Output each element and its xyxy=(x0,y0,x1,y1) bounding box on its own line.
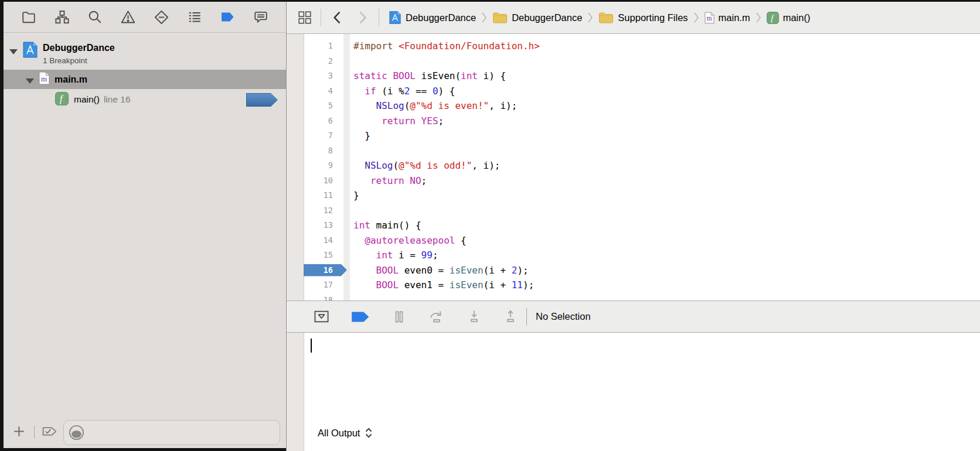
folder-icon xyxy=(598,12,614,24)
line-number[interactable]: 1 xyxy=(304,39,333,54)
code-line[interactable]: 12 xyxy=(287,203,980,218)
code-line[interactable]: 15 int i = 99; xyxy=(287,248,980,263)
line-number[interactable]: 4 xyxy=(304,84,333,99)
jump-bar: DebuggerDanceDebuggerDanceSupporting Fil… xyxy=(287,2,980,34)
console-area[interactable]: All Output xyxy=(287,333,980,451)
report-navigator-icon[interactable] xyxy=(252,8,270,26)
code-text: #import <Foundation/Foundation.h> xyxy=(353,39,540,54)
code-line[interactable]: 10 return NO; xyxy=(287,173,980,189)
code-line[interactable]: 9 NSLog(@"%d is odd!", i); xyxy=(287,158,980,173)
breadcrumb-item[interactable]: Supporting Files xyxy=(598,12,688,24)
line-number[interactable]: 7 xyxy=(304,128,333,144)
code-line[interactable]: 13int main() { xyxy=(287,218,980,233)
breadcrumb-label: Supporting Files xyxy=(618,12,688,23)
code-lines: 1#import <Foundation/Foundation.h>23stat… xyxy=(287,34,980,300)
code-line[interactable]: 18 xyxy=(287,293,980,301)
filter-enabled-breakpoints-button[interactable] xyxy=(42,424,59,441)
project-row[interactable]: DebuggerDance 1 Breakpoint xyxy=(4,33,286,70)
issue-navigator-icon[interactable] xyxy=(120,8,137,26)
xcode-window: DebuggerDance 1 Breakpoint m main.m f ma… xyxy=(0,0,980,451)
step-out-button[interactable] xyxy=(503,309,518,324)
file-row-selected[interactable]: m main.m xyxy=(4,70,286,89)
project-navigator-icon[interactable] xyxy=(20,8,38,26)
debug-bar: No Selection xyxy=(287,300,980,333)
step-over-button[interactable] xyxy=(428,309,445,324)
debug-status: No Selection xyxy=(536,311,591,322)
breadcrumb-item[interactable]: DebuggerDance xyxy=(492,12,582,24)
line-number[interactable]: 18 xyxy=(304,293,333,301)
console-caret xyxy=(311,339,312,353)
breadcrumb-item[interactable]: fmain() xyxy=(767,12,811,24)
code-line[interactable]: 7 } xyxy=(287,128,980,144)
code-line[interactable]: 6 return YES; xyxy=(287,114,980,129)
test-navigator-icon[interactable] xyxy=(152,8,170,26)
line-number[interactable]: 15 xyxy=(304,248,333,263)
code-line[interactable]: 1#import <Foundation/Foundation.h> xyxy=(287,39,980,54)
find-navigator-icon[interactable] xyxy=(86,8,104,26)
code-line[interactable]: 3static BOOL isEven(int i) { xyxy=(287,69,980,84)
line-number[interactable]: 11 xyxy=(304,188,333,203)
line-number[interactable]: 17 xyxy=(304,278,333,293)
code-text: NSLog(@"%d is even!", i); xyxy=(353,98,517,114)
symbol-navigator-icon[interactable] xyxy=(53,8,71,26)
code-line[interactable]: 17 BOOL even1 = isEven(i + 11); xyxy=(287,278,980,293)
m-file-icon: m xyxy=(705,12,714,24)
filter-icon xyxy=(67,423,86,442)
breadcrumb-label: main.m xyxy=(719,12,750,23)
breadcrumb-item[interactable]: DebuggerDance xyxy=(389,11,476,25)
line-number[interactable]: 10 xyxy=(304,173,333,189)
project-name: DebuggerDance xyxy=(43,42,115,54)
step-into-button[interactable] xyxy=(467,309,482,324)
breakpoint-row[interactable]: f main() line 16 xyxy=(4,89,286,110)
file-name: main.m xyxy=(55,74,87,85)
line-number[interactable]: 6 xyxy=(304,114,333,129)
function-icon: f xyxy=(55,92,69,108)
line-number[interactable]: 5 xyxy=(304,98,333,114)
line-number[interactable]: 9 xyxy=(304,158,333,173)
svg-text:m: m xyxy=(706,15,712,22)
line-number[interactable]: 12 xyxy=(304,203,333,218)
add-breakpoint-button[interactable] xyxy=(12,424,26,441)
console-left-strip xyxy=(287,333,304,451)
line-number[interactable]: 2 xyxy=(304,54,333,69)
breadcrumb-item[interactable]: mmain.m xyxy=(705,12,750,24)
line-number[interactable]: 16 xyxy=(304,263,333,278)
code-line[interactable]: 2 xyxy=(287,54,980,69)
code-text: BOOL even1 = isEven(i + 11); xyxy=(353,278,534,293)
line-number[interactable]: 3 xyxy=(304,69,333,84)
line-number[interactable]: 8 xyxy=(304,144,333,159)
breadcrumb-separator-icon xyxy=(756,12,761,23)
breakpoint-filter-input[interactable] xyxy=(63,420,280,445)
disclosure-triangle-icon[interactable] xyxy=(9,49,18,54)
disclosure-triangle-icon[interactable] xyxy=(26,78,34,84)
source-editor[interactable]: 1#import <Foundation/Foundation.h>23stat… xyxy=(287,34,980,300)
code-text: } xyxy=(353,128,370,144)
folder-icon xyxy=(492,12,508,24)
breakpoints-toggle-button[interactable] xyxy=(351,310,370,323)
line-number[interactable]: 13 xyxy=(304,218,333,233)
svg-text:m: m xyxy=(41,74,47,83)
back-button[interactable] xyxy=(328,9,346,26)
code-text: NSLog(@"%d is odd!", i); xyxy=(353,158,500,173)
related-items-icon[interactable] xyxy=(296,9,314,26)
project-icon xyxy=(389,11,401,25)
code-line[interactable]: 4 if (i %2 == 0) { xyxy=(287,84,980,99)
console-scope-popup[interactable]: All Output xyxy=(318,427,373,439)
code-line[interactable]: 16 BOOL even0 = isEven(i + 2); xyxy=(287,263,980,278)
code-line[interactable]: 11} xyxy=(287,188,980,203)
hide-debug-area-button[interactable] xyxy=(312,308,331,326)
code-line[interactable]: 5 NSLog(@"%d is even!", i); xyxy=(287,98,980,114)
breakpoint-function: main() xyxy=(74,94,100,105)
code-text: int main() { xyxy=(353,218,421,233)
line-number[interactable]: 14 xyxy=(304,233,333,248)
breadcrumb-label: DebuggerDance xyxy=(406,12,476,23)
pause-button[interactable] xyxy=(392,309,407,324)
code-line[interactable]: 8 xyxy=(287,144,980,159)
breakpoint-toggle[interactable] xyxy=(246,93,278,107)
breadcrumb-label: DebuggerDance xyxy=(512,12,582,23)
debug-navigator-icon[interactable] xyxy=(186,8,203,26)
breadcrumb-separator-icon xyxy=(693,12,699,23)
breakpoint-navigator-icon[interactable] xyxy=(219,8,236,26)
code-line[interactable]: 14 @autoreleasepool { xyxy=(287,233,980,248)
forward-button[interactable] xyxy=(354,9,372,26)
